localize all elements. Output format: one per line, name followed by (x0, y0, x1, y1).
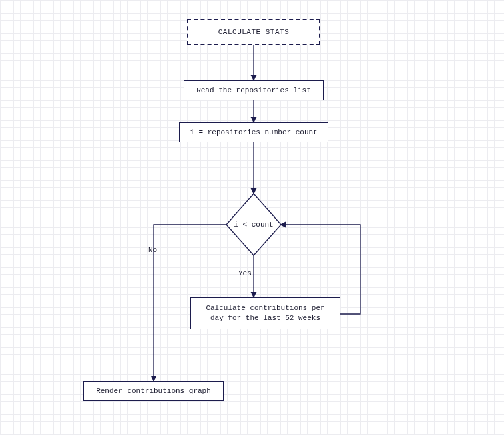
edge-label-no-text: No (148, 246, 157, 254)
edge-label-no: No (146, 246, 160, 254)
flowchart-canvas: CALCULATE STATS Read the repositories li… (0, 0, 504, 435)
step-read-list: Read the repositories list (184, 80, 324, 100)
edge-label-yes: Yes (236, 269, 254, 277)
step-calculate: Calculate contributions per day for the … (190, 297, 340, 329)
step-render: Render contributions graph (83, 381, 224, 401)
title-text: CALCULATE STATS (218, 27, 290, 37)
step-calculate-text: Calculate contributions per day for the … (206, 303, 324, 323)
step-render-text: Render contributions graph (96, 386, 211, 396)
decision-condition-text: i < count (232, 221, 274, 229)
edge-label-yes-text: Yes (238, 269, 252, 277)
step-init-counter-text: i = repositories number count (190, 128, 317, 138)
title-box: CALCULATE STATS (187, 19, 320, 45)
step-init-counter: i = repositories number count (179, 122, 328, 142)
decision-diamond: i < count (226, 194, 281, 255)
step-read-list-text: Read the repositories list (196, 86, 311, 96)
